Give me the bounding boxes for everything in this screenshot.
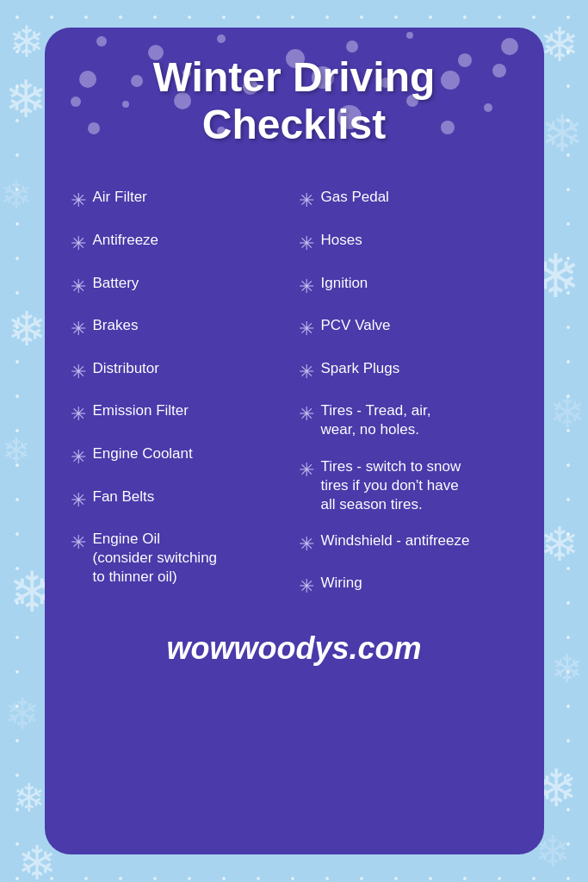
decorative-dot xyxy=(346,40,358,53)
decorative-dot xyxy=(217,34,226,43)
list-item: ✳Emission Filter xyxy=(71,396,290,432)
snowflake-icon: ✳ xyxy=(299,402,314,427)
snowflake-icon: ✳ xyxy=(299,532,314,557)
header-section: Winter Driving Checklist xyxy=(71,53,518,174)
list-item: ✳PCV Valve xyxy=(299,311,518,347)
list-item: ✳Windshield - antifreeze xyxy=(299,526,518,562)
snowflake-icon: ✳ xyxy=(71,445,86,470)
list-item: ✳Engine Coolant xyxy=(71,439,290,475)
snowflake-icon: ✳ xyxy=(299,575,314,599)
snowflake-icon: ✳ xyxy=(71,360,86,385)
snowflake-icon: ✳ xyxy=(299,275,314,300)
list-item: ✳Hoses xyxy=(299,226,518,262)
item-label: Tires - switch to snow tires if you don'… xyxy=(321,457,518,514)
item-label: Air Filter xyxy=(93,188,290,207)
snowflake-icon: ✳ xyxy=(299,458,314,483)
list-item: ✳Antifreeze xyxy=(71,226,290,262)
snowflake-icon: ✳ xyxy=(299,189,314,214)
snowflake-icon: ✳ xyxy=(299,232,314,257)
snowflake-icon: ✳ xyxy=(299,360,314,385)
footer-url: wowwoodys.com xyxy=(71,630,518,667)
item-label: Brakes xyxy=(93,316,290,335)
list-item: ✳Engine Oil (consider switching to thinn… xyxy=(71,525,290,592)
item-label: Hoses xyxy=(321,231,518,250)
snowflake-icon: ✳ xyxy=(71,232,86,257)
list-item: ✳Ignition xyxy=(299,269,518,305)
right-column: ✳Gas Pedal✳Hoses✳Ignition✳PCV Valve✳Spar… xyxy=(299,183,518,605)
page-title: Winter Driving Checklist xyxy=(71,53,518,148)
item-label: PCV Valve xyxy=(321,316,518,335)
decorative-dot xyxy=(501,38,518,55)
list-item: ✳Air Filter xyxy=(71,183,290,219)
list-item: ✳Gas Pedal xyxy=(299,183,518,219)
footer: wowwoodys.com xyxy=(71,622,518,667)
snowflake-icon: ✳ xyxy=(71,317,86,342)
item-label: Gas Pedal xyxy=(321,188,518,207)
list-item: ✳Spark Plugs xyxy=(299,354,518,390)
item-label: Engine Oil (consider switching to thinne… xyxy=(93,530,290,587)
snowflake-icon: ✳ xyxy=(71,189,86,214)
snowflake-icon: ✳ xyxy=(71,402,86,427)
snowflake-icon: ✳ xyxy=(299,317,314,342)
list-item: ✳Tires - Tread, air, wear, no holes. xyxy=(299,396,518,444)
checklist-card: Winter Driving Checklist ✳Air Filter✳Ant… xyxy=(45,28,544,854)
item-label: Antifreeze xyxy=(93,231,290,250)
item-label: Distributor xyxy=(93,359,290,378)
item-label: Battery xyxy=(93,274,290,293)
decorative-dot xyxy=(96,36,107,47)
list-item: ✳Tires - switch to snow tires if you don… xyxy=(299,452,518,519)
item-label: Tires - Tread, air, wear, no holes. xyxy=(321,401,518,439)
item-label: Wiring xyxy=(321,574,518,593)
item-label: Engine Coolant xyxy=(93,444,290,463)
list-item: ✳Distributor xyxy=(71,354,290,390)
list-item: ✳Wiring xyxy=(299,568,518,605)
item-label: Fan Belts xyxy=(93,488,290,506)
list-item: ✳Fan Belts xyxy=(71,482,290,519)
decorative-dot xyxy=(406,32,413,39)
snowflake-icon: ✳ xyxy=(71,488,86,513)
item-label: Emission Filter xyxy=(93,401,290,420)
snowflake-icon: ✳ xyxy=(71,531,86,556)
list-item: ✳Brakes xyxy=(71,311,290,347)
checklist-grid: ✳Air Filter✳Antifreeze✳Battery✳Brakes✳Di… xyxy=(71,174,518,605)
snowflake-icon: ✳ xyxy=(71,275,86,300)
item-label: Spark Plugs xyxy=(321,359,518,378)
left-column: ✳Air Filter✳Antifreeze✳Battery✳Brakes✳Di… xyxy=(71,183,290,605)
item-label: Ignition xyxy=(321,274,518,293)
list-item: ✳Battery xyxy=(71,269,290,305)
item-label: Windshield - antifreeze xyxy=(321,531,518,550)
